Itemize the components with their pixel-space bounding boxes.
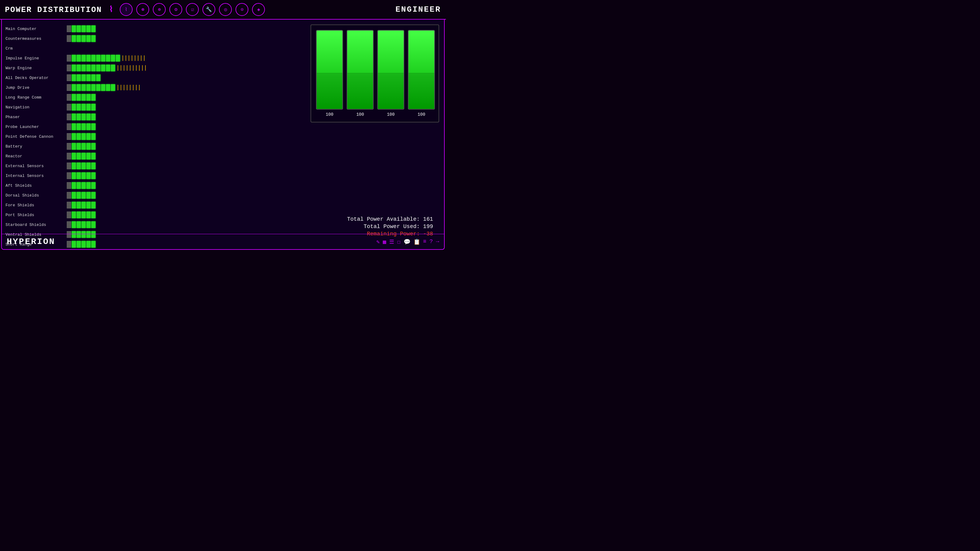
power-cell-filled[interactable]	[86, 114, 91, 120]
power-cell-filled[interactable]	[86, 25, 91, 32]
power-cell-filled[interactable]	[91, 25, 95, 32]
power-cell-filled[interactable]	[76, 153, 81, 159]
power-cell-filled[interactable]	[72, 182, 76, 189]
power-cell-filled[interactable]	[81, 104, 86, 111]
system-row[interactable]: Navigation	[5, 103, 151, 111]
nav-icon-comms[interactable]: ◈	[252, 3, 265, 16]
power-cell-filled[interactable]	[86, 104, 91, 111]
power-cell-filled[interactable]	[91, 143, 95, 150]
power-cell-gray[interactable]	[67, 55, 71, 62]
system-row[interactable]: Port Shields	[5, 211, 151, 219]
power-cell-filled[interactable]	[86, 162, 91, 169]
power-cell-gray[interactable]	[67, 192, 71, 198]
system-row[interactable]: Impulse Engine	[5, 54, 151, 62]
power-cell-gray[interactable]	[67, 172, 71, 179]
exit-icon[interactable]: →	[436, 238, 439, 245]
power-cell-filled[interactable]	[86, 172, 91, 179]
power-cell-filled[interactable]	[111, 84, 115, 91]
power-cell-filled[interactable]	[76, 75, 81, 81]
power-cell-filled[interactable]	[91, 94, 95, 101]
nav-icon-pulse[interactable]: ⌇	[120, 3, 133, 16]
power-cell-filled[interactable]	[101, 84, 105, 91]
power-cell-filled[interactable]	[76, 182, 81, 189]
power-cell-filled[interactable]	[101, 55, 105, 62]
power-cell-filled[interactable]	[81, 211, 86, 218]
power-cell-filled[interactable]	[86, 75, 91, 81]
power-cell-filled[interactable]	[81, 65, 86, 71]
calculator-icon[interactable]: ▦	[383, 238, 386, 245]
power-cell-filled[interactable]	[91, 84, 95, 91]
power-cell-filled[interactable]	[81, 221, 86, 228]
power-cell-filled[interactable]	[86, 143, 91, 150]
power-cell-filled[interactable]	[86, 221, 91, 228]
power-cell-filled[interactable]	[96, 75, 100, 81]
power-cell-filled[interactable]	[76, 114, 81, 120]
power-cell-filled[interactable]	[91, 211, 95, 218]
power-cell-filled[interactable]	[81, 55, 86, 62]
power-cell-gray[interactable]	[67, 182, 71, 189]
system-row[interactable]: All Decks Operator	[5, 73, 151, 82]
power-cell-filled[interactable]	[81, 172, 86, 179]
power-cell-filled[interactable]	[72, 104, 76, 111]
power-cell-gray[interactable]	[67, 221, 71, 228]
power-core[interactable]: 100	[347, 30, 374, 117]
nav-icon-ship[interactable]: ⊕	[153, 3, 166, 16]
nav-icon-gear[interactable]: ⚙	[169, 3, 182, 16]
system-row[interactable]: Long Range Comm	[5, 93, 151, 102]
power-cell-filled[interactable]	[81, 133, 86, 140]
power-cell-filled[interactable]	[81, 192, 86, 198]
power-cell-filled[interactable]	[86, 94, 91, 101]
power-cell-filled[interactable]	[86, 65, 91, 71]
power-cell-filled[interactable]	[72, 65, 76, 71]
power-cell-filled[interactable]	[81, 35, 86, 42]
power-cell-gray[interactable]	[67, 143, 71, 150]
nav-icon-target[interactable]: ⊙	[235, 3, 248, 16]
power-cell-filled[interactable]	[72, 94, 76, 101]
power-cell-filled[interactable]	[86, 84, 91, 91]
power-cell-filled[interactable]	[72, 192, 76, 198]
power-cell-gray[interactable]	[67, 75, 71, 81]
power-cell-filled[interactable]	[76, 104, 81, 111]
power-cell-filled[interactable]	[76, 94, 81, 101]
power-cell-gray[interactable]	[67, 202, 71, 208]
power-cell-gray[interactable]	[67, 153, 71, 159]
power-cell-filled[interactable]	[81, 114, 86, 120]
list-icon[interactable]: ☰	[389, 238, 394, 245]
lines-icon[interactable]: ≡	[423, 238, 426, 245]
power-cell-filled[interactable]	[81, 143, 86, 150]
power-cell-filled[interactable]	[96, 65, 100, 71]
note-icon[interactable]: ☐	[397, 238, 401, 245]
power-cell-filled[interactable]	[76, 133, 81, 140]
power-cell-filled[interactable]	[86, 153, 91, 159]
system-row[interactable]: Aft Shields	[5, 181, 151, 190]
power-cell-filled[interactable]	[72, 133, 76, 140]
system-row[interactable]: Main Computer	[5, 24, 151, 33]
power-cell-filled[interactable]	[76, 172, 81, 179]
power-cell-gray[interactable]	[67, 35, 71, 42]
power-cell-filled[interactable]	[72, 221, 76, 228]
power-cell-filled[interactable]	[106, 65, 110, 71]
power-cell-gray[interactable]	[67, 162, 71, 169]
power-cell-filled[interactable]	[76, 55, 81, 62]
power-cell-filled[interactable]	[116, 55, 120, 62]
power-cell-filled[interactable]	[111, 65, 115, 71]
power-cell-filled[interactable]	[76, 211, 81, 218]
power-cell-filled[interactable]	[72, 162, 76, 169]
power-cell-filled[interactable]	[81, 25, 86, 32]
power-cell-filled[interactable]	[72, 211, 76, 218]
system-row[interactable]: Internal Sensors	[5, 171, 151, 180]
power-cell-filled[interactable]	[91, 75, 95, 81]
power-cell-filled[interactable]	[91, 65, 95, 71]
power-cell-filled[interactable]	[81, 84, 86, 91]
power-cell-filled[interactable]	[96, 55, 100, 62]
power-cell-filled[interactable]	[86, 192, 91, 198]
power-cell-filled[interactable]	[72, 25, 76, 32]
power-cell-filled[interactable]	[86, 35, 91, 42]
power-cell-filled[interactable]	[91, 202, 95, 208]
power-cell-gray[interactable]	[67, 94, 71, 101]
power-cell-filled[interactable]	[91, 104, 95, 111]
power-cell-filled[interactable]	[91, 114, 95, 120]
power-cell-filled[interactable]	[91, 221, 95, 228]
power-cell-gray[interactable]	[67, 133, 71, 140]
power-cell-filled[interactable]	[72, 123, 76, 130]
